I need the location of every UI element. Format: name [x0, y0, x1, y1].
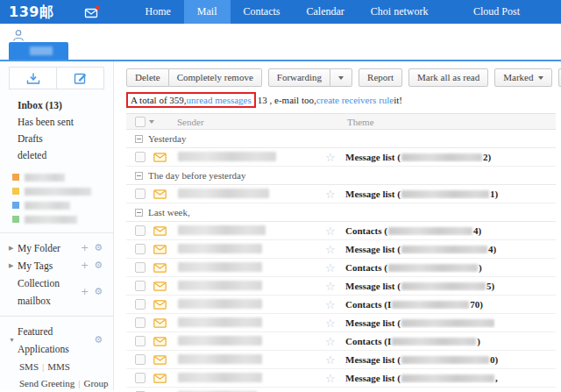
star-icon[interactable]: ☆ [325, 189, 339, 200]
mail-row[interactable]: ☆Contacts (: 8613912107525IMEI8655879204… [126, 388, 556, 392]
row-checkbox[interactable] [135, 317, 146, 328]
plus-icon[interactable]: + [81, 239, 89, 257]
link-separator: | [75, 378, 83, 388]
row-checkbox[interactable] [135, 152, 146, 162]
row-checkbox[interactable] [135, 225, 146, 236]
mail-subject[interactable]: Message list (, [345, 373, 498, 383]
marked-dropdown-button[interactable]: Marked [494, 68, 552, 87]
create-receivers-rule-link[interactable]: create receivers rule [316, 95, 394, 105]
star-icon[interactable]: ☆ [325, 354, 339, 366]
mail-subject[interactable]: Message list (1) [345, 189, 498, 199]
collapse-icon[interactable] [135, 172, 143, 180]
star-icon[interactable]: ☆ [325, 244, 339, 255]
compose-button[interactable] [56, 68, 103, 89]
row-checkbox[interactable] [135, 299, 146, 310]
completely-remove-button[interactable]: Completely remove [169, 68, 262, 87]
mail-subject[interactable]: Contacts (I) [345, 336, 480, 346]
mark-all-as-read-button[interactable]: Mark all as read [408, 68, 488, 87]
star-icon[interactable]: ☆ [325, 262, 339, 274]
sidebar-label-item[interactable] [12, 198, 104, 212]
sidebar-label-item[interactable] [12, 170, 104, 184]
nav-calendar[interactable]: Calendar [294, 0, 358, 24]
nav-mail[interactable]: Mail [184, 0, 231, 24]
mail-row[interactable]: ☆Contacts () [126, 259, 556, 277]
collapse-icon[interactable] [135, 135, 143, 143]
gear-icon[interactable]: ⚙ [94, 283, 103, 301]
arrow-right-icon[interactable]: ▶ [9, 257, 18, 274]
sidebar-section-collection-mailbox[interactable]: Collection mailbox + ⚙ [0, 274, 113, 310]
star-icon[interactable]: ☆ [325, 225, 339, 237]
delete-button[interactable]: Delete [126, 68, 169, 87]
mail-row[interactable]: ☆Message list ( [126, 314, 556, 332]
star-icon[interactable]: ☆ [325, 152, 339, 163]
mail-row[interactable]: ☆Message list (4) [126, 240, 556, 259]
row-checkbox[interactable] [135, 281, 146, 291]
featured-app-link[interactable]: SMS [19, 361, 39, 372]
plus-icon[interactable]: + [81, 283, 89, 301]
forwarding-dropdown-button[interactable] [330, 68, 352, 87]
sidebar-item-drafts[interactable]: Drafts [18, 131, 113, 147]
mail-row[interactable]: ☆Message list (1) [126, 185, 556, 203]
mail-subject[interactable]: Message list (2) [345, 152, 491, 162]
row-checkbox[interactable] [135, 373, 146, 383]
star-icon[interactable]: ☆ [325, 336, 339, 347]
gear-icon[interactable]: ⚙ [94, 257, 103, 274]
star-icon[interactable]: ☆ [325, 317, 339, 329]
star-icon[interactable]: ☆ [325, 281, 339, 292]
arrow-down-icon[interactable]: ▼ [9, 331, 18, 349]
mail-subject[interactable]: Contacts () [345, 262, 482, 273]
collapse-icon[interactable] [135, 209, 143, 217]
nav-contacts[interactable]: Contacts [231, 0, 294, 24]
star-icon[interactable]: ☆ [325, 299, 339, 310]
row-checkbox[interactable] [135, 336, 146, 346]
select-all-checkbox[interactable] [135, 117, 146, 127]
mail-row[interactable]: ☆Message list (5) [126, 277, 556, 296]
group-header-row[interactable]: Last week, [126, 203, 556, 222]
mail-row[interactable]: ☆Message list (, [126, 369, 556, 388]
mail-subject[interactable]: Message list (4) [345, 244, 496, 254]
mail-subject[interactable]: Message list (0) [345, 354, 498, 365]
nav-network-disk[interactable]: Choi network disk [358, 0, 460, 24]
row-checkbox[interactable] [135, 262, 146, 273]
group-header-row[interactable]: Yesterday [126, 130, 556, 148]
sidebar-item-inbox[interactable]: Inbox (13) [18, 97, 113, 114]
mail-subject[interactable]: Contacts (I70) [345, 299, 483, 310]
sidebar-item-sent[interactable]: Has been sent [18, 114, 113, 131]
mail-row[interactable]: ☆Contacts (I70) [126, 296, 556, 314]
select-dropdown-icon[interactable] [149, 120, 154, 124]
mail-row[interactable]: ☆Message list (2) [126, 148, 556, 167]
sidebar-label-item[interactable] [12, 212, 104, 226]
row-checkbox[interactable] [135, 244, 146, 254]
unread-messages-link[interactable]: unread messages [187, 95, 252, 105]
sidebar-label-item[interactable] [12, 184, 104, 198]
group-header-row[interactable]: The day before yesterday [126, 167, 556, 185]
star-icon[interactable]: ☆ [325, 373, 339, 384]
sidebar-section-featured-apps[interactable]: ▼ Featured Applications ⚙ [0, 323, 113, 358]
sidebar-section-my-folder[interactable]: ▶ My Folder + ⚙ [0, 239, 113, 257]
mail-subject[interactable]: Message list (5) [345, 281, 494, 291]
redacted-label-text [25, 174, 65, 182]
inbox-tab[interactable] [9, 42, 68, 60]
featured-app-link[interactable]: MMS [47, 361, 70, 372]
gear-icon[interactable]: ⚙ [94, 331, 103, 349]
nav-cloud-post-office[interactable]: Cloud Post Office [460, 0, 561, 24]
row-checkbox[interactable] [135, 189, 146, 199]
mail-row[interactable]: ☆Contacts (4) [126, 222, 556, 240]
sidebar-section-my-tags[interactable]: ▶ My Tags + ⚙ [0, 257, 113, 274]
logo[interactable]: 139邮箱 [0, 0, 77, 24]
mailbox-notification-icon[interactable] [77, 0, 113, 24]
report-button[interactable]: Report [359, 68, 402, 87]
sidebar-item-deleted[interactable]: deleted [18, 147, 113, 164]
gear-icon[interactable]: ⚙ [94, 239, 103, 257]
featured-app-link[interactable]: Send Greeting [19, 378, 75, 388]
row-checkbox[interactable] [135, 354, 146, 365]
mail-row[interactable]: ☆Contacts (I) [126, 332, 556, 351]
mail-row[interactable]: ☆Message list (0) [126, 351, 556, 369]
mail-subject[interactable]: Contacts (4) [345, 225, 481, 236]
arrow-right-icon[interactable]: ▶ [9, 239, 18, 257]
plus-icon[interactable]: + [81, 257, 89, 274]
mail-subject[interactable]: Message list ( [345, 317, 495, 328]
forwarding-button[interactable]: Forwarding [268, 68, 330, 87]
nav-home[interactable]: Home [132, 0, 184, 24]
receive-mail-button[interactable] [10, 68, 56, 89]
